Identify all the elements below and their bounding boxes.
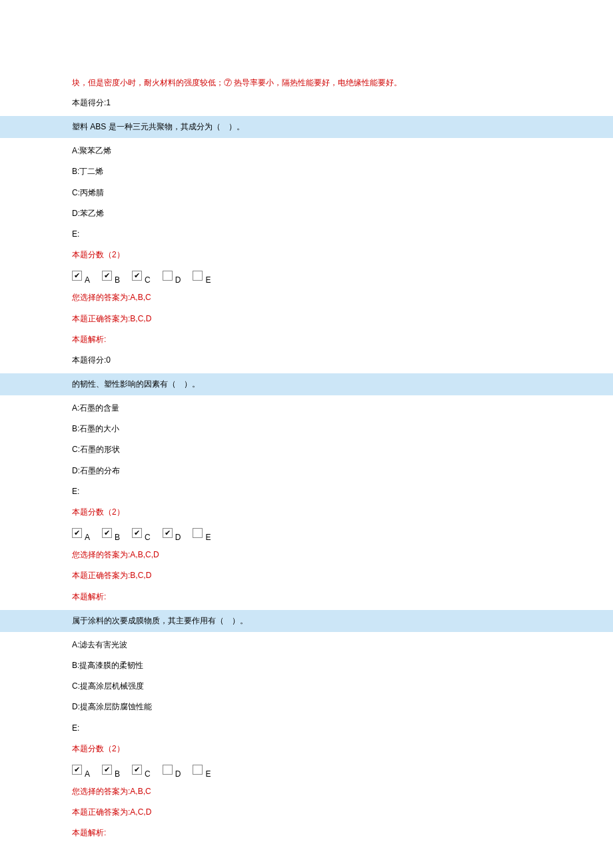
checkbox-b[interactable] bbox=[102, 271, 112, 281]
option-e: E: bbox=[0, 224, 613, 245]
option-c: C:丙烯腈 bbox=[0, 183, 613, 203]
question-header: 属于涂料的次要成膜物质，其主要作用有（ ）。 bbox=[0, 610, 613, 632]
checkbox-e[interactable] bbox=[193, 528, 203, 538]
your-answer: 您选择的答案为:A,B,C bbox=[0, 781, 613, 802]
checkbox-e[interactable] bbox=[193, 271, 203, 281]
your-answer: 您选择的答案为:A,B,C bbox=[0, 287, 613, 308]
checkbox-a[interactable] bbox=[72, 271, 82, 281]
score-got: 本题得分:0 bbox=[0, 350, 613, 371]
option-e: E: bbox=[0, 718, 613, 739]
checkbox-label-c: C bbox=[145, 769, 151, 779]
checkbox-row: A B C D E bbox=[0, 265, 613, 287]
checkbox-label-c: C bbox=[145, 275, 151, 285]
checkbox-b[interactable] bbox=[102, 765, 112, 775]
option-b: B:提高漆膜的柔韧性 bbox=[0, 655, 613, 676]
checkbox-d[interactable] bbox=[163, 528, 173, 538]
option-b: B:石墨的大小 bbox=[0, 419, 613, 439]
analysis-label: 本题解析: bbox=[0, 587, 613, 607]
checkbox-row: A B C D E bbox=[0, 759, 613, 781]
checkbox-label-c: C bbox=[145, 533, 151, 542]
checkbox-a[interactable] bbox=[72, 528, 82, 538]
checkbox-label-a: A bbox=[85, 275, 90, 285]
analysis-label: 本题解析: bbox=[0, 823, 613, 843]
option-a: A:滤去有害光波 bbox=[0, 635, 613, 655]
checkbox-label-d: D bbox=[175, 533, 181, 542]
correct-answer: 本题正确答案为:B,C,D bbox=[0, 565, 613, 586]
checkbox-b[interactable] bbox=[102, 528, 112, 538]
checkbox-label-d: D bbox=[175, 769, 181, 779]
checkbox-label-a: A bbox=[85, 769, 90, 779]
option-a: A:聚苯乙烯 bbox=[0, 141, 613, 161]
option-b: B:丁二烯 bbox=[0, 161, 613, 182]
checkbox-label-d: D bbox=[175, 275, 181, 285]
option-d: D:提高涂层防腐蚀性能 bbox=[0, 697, 613, 717]
your-answer: 您选择的答案为:A,B,C,D bbox=[0, 545, 613, 565]
question-score: 本题分数（2） bbox=[0, 502, 613, 523]
checkbox-label-a: A bbox=[85, 533, 90, 542]
previous-score: 本题得分:1 bbox=[0, 93, 613, 113]
option-c: C:提高涂层机械强度 bbox=[0, 676, 613, 697]
option-c: C:石墨的形状 bbox=[0, 439, 613, 460]
checkbox-c[interactable] bbox=[132, 271, 142, 281]
option-d: D:苯乙烯 bbox=[0, 203, 613, 224]
checkbox-e[interactable] bbox=[193, 765, 203, 775]
question-score: 本题分数（2） bbox=[0, 245, 613, 265]
checkbox-c[interactable] bbox=[132, 528, 142, 538]
checkbox-d[interactable] bbox=[163, 271, 173, 281]
correct-answer: 本题正确答案为:A,C,D bbox=[0, 802, 613, 823]
correct-answer: 本题正确答案为:B,C,D bbox=[0, 309, 613, 329]
checkbox-c[interactable] bbox=[132, 765, 142, 775]
previous-analysis-continuation: 块，但是密度小时，耐火材料的强度较低；⑦ 热导率要小，隔热性能要好，电绝缘性能要… bbox=[0, 73, 613, 93]
checkbox-d[interactable] bbox=[163, 765, 173, 775]
checkbox-label-e: E bbox=[205, 275, 211, 285]
analysis-label: 本题解析: bbox=[0, 329, 613, 350]
checkbox-label-e: E bbox=[205, 533, 211, 542]
checkbox-label-e: E bbox=[205, 769, 211, 779]
checkbox-label-b: B bbox=[115, 769, 120, 779]
question-header: 塑料 ABS 是一种三元共聚物，其成分为（ ）。 bbox=[0, 116, 613, 138]
checkbox-label-b: B bbox=[115, 533, 120, 542]
option-e: E: bbox=[0, 481, 613, 502]
checkbox-row: A B C D E bbox=[0, 523, 613, 545]
question-score: 本题分数（2） bbox=[0, 739, 613, 759]
option-d: D:石墨的分布 bbox=[0, 461, 613, 481]
checkbox-label-b: B bbox=[115, 275, 120, 285]
question-header: 的韧性、塑性影响的因素有（ ）。 bbox=[0, 373, 613, 395]
option-a: A:石墨的含量 bbox=[0, 398, 613, 419]
checkbox-a[interactable] bbox=[72, 765, 82, 775]
